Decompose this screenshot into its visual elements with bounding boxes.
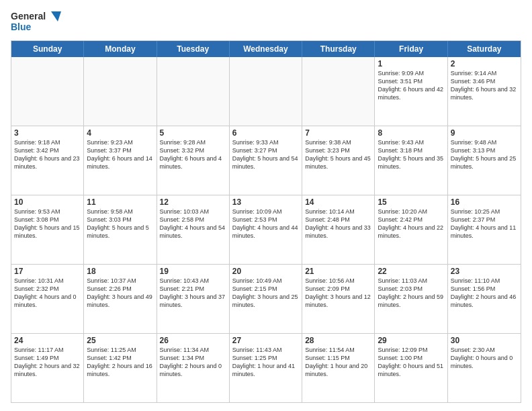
calendar-row: 24Sunrise: 11:17 AM Sunset: 1:49 PM Dayl… xyxy=(11,333,521,402)
weekday-header: Monday xyxy=(84,41,157,57)
calendar-cell: 19Sunrise: 10:43 AM Sunset: 2:21 PM Dayl… xyxy=(157,265,230,333)
day-info: Sunrise: 11:43 AM Sunset: 1:25 PM Daylig… xyxy=(232,346,299,379)
day-info: Sunrise: 10:09 AM Sunset: 2:53 PM Daylig… xyxy=(232,208,299,240)
day-info: Sunrise: 12:09 PM Sunset: 1:00 PM Daylig… xyxy=(378,346,444,379)
day-number: 5 xyxy=(160,128,226,138)
calendar-row: 17Sunrise: 10:31 AM Sunset: 2:32 PM Dayl… xyxy=(11,264,521,333)
day-info: Sunrise: 9:38 AM Sunset: 3:23 PM Dayligh… xyxy=(305,138,371,171)
day-info: Sunrise: 11:34 AM Sunset: 1:34 PM Daylig… xyxy=(160,346,226,379)
day-info: Sunset: 2:30 AM Daylight: 0 hours and 0 … xyxy=(451,346,518,370)
calendar-cell: 3Sunrise: 9:18 AM Sunset: 3:42 PM Daylig… xyxy=(11,126,84,195)
day-number: 3 xyxy=(14,128,81,138)
calendar-cell: 12Sunrise: 10:03 AM Sunset: 2:58 PM Dayl… xyxy=(157,195,230,264)
day-number: 19 xyxy=(160,267,226,276)
calendar-cell: 7Sunrise: 9:38 AM Sunset: 3:23 PM Daylig… xyxy=(302,126,375,195)
day-number: 28 xyxy=(305,336,371,345)
day-number: 9 xyxy=(451,128,518,138)
day-number: 21 xyxy=(305,267,371,276)
logo: GeneralBlue xyxy=(11,8,64,35)
day-number: 27 xyxy=(232,336,299,345)
day-number: 26 xyxy=(160,336,226,345)
calendar-cell: 10Sunrise: 9:53 AM Sunset: 3:08 PM Dayli… xyxy=(11,195,84,264)
day-number: 24 xyxy=(14,336,81,345)
day-info: Sunrise: 9:28 AM Sunset: 3:32 PM Dayligh… xyxy=(160,138,226,171)
day-number: 29 xyxy=(378,336,444,345)
day-number: 16 xyxy=(451,197,518,207)
calendar-cell: 24Sunrise: 11:17 AM Sunset: 1:49 PM Dayl… xyxy=(11,334,84,402)
calendar-cell: 18Sunrise: 10:37 AM Sunset: 2:26 PM Dayl… xyxy=(84,265,157,333)
day-number: 20 xyxy=(232,267,299,276)
day-info: Sunrise: 9:58 AM Sunset: 3:03 PM Dayligh… xyxy=(87,208,153,240)
logo-svg: GeneralBlue xyxy=(11,8,64,35)
day-info: Sunrise: 11:54 AM Sunset: 1:15 PM Daylig… xyxy=(305,346,371,379)
calendar-cell: 11Sunrise: 9:58 AM Sunset: 3:03 PM Dayli… xyxy=(84,195,157,264)
day-info: Sunrise: 10:14 AM Sunset: 2:48 PM Daylig… xyxy=(305,208,371,240)
calendar-cell: 15Sunrise: 10:20 AM Sunset: 2:42 PM Dayl… xyxy=(375,195,447,264)
day-info: Sunrise: 10:37 AM Sunset: 2:26 PM Daylig… xyxy=(87,277,153,310)
day-number: 11 xyxy=(87,197,153,207)
header: GeneralBlue xyxy=(11,8,521,35)
day-number: 8 xyxy=(378,128,444,138)
calendar-cell xyxy=(230,57,302,126)
day-number: 1 xyxy=(378,59,444,68)
weekday-header: Tuesday xyxy=(157,41,230,57)
day-number: 12 xyxy=(160,197,226,207)
calendar-cell: 1Sunrise: 9:09 AM Sunset: 3:51 PM Daylig… xyxy=(375,57,447,126)
calendar-row: 3Sunrise: 9:18 AM Sunset: 3:42 PM Daylig… xyxy=(11,126,521,195)
day-number: 2 xyxy=(451,59,518,68)
calendar-cell: 9Sunrise: 9:48 AM Sunset: 3:13 PM Daylig… xyxy=(448,126,521,195)
day-number: 6 xyxy=(232,128,299,138)
day-number: 17 xyxy=(14,267,81,276)
day-info: Sunrise: 9:48 AM Sunset: 3:13 PM Dayligh… xyxy=(451,138,518,171)
calendar-cell: 23Sunrise: 11:10 AM Sunset: 1:56 PM Dayl… xyxy=(448,265,521,333)
calendar-cell: 27Sunrise: 11:43 AM Sunset: 1:25 PM Dayl… xyxy=(230,334,302,402)
calendar-cell: 16Sunrise: 10:25 AM Sunset: 2:37 PM Dayl… xyxy=(448,195,521,264)
day-number: 7 xyxy=(305,128,371,138)
day-info: Sunrise: 9:33 AM Sunset: 3:27 PM Dayligh… xyxy=(232,138,299,171)
day-info: Sunrise: 9:53 AM Sunset: 3:08 PM Dayligh… xyxy=(14,208,81,240)
day-info: Sunrise: 10:56 AM Sunset: 2:09 PM Daylig… xyxy=(305,277,371,310)
day-info: Sunrise: 11:03 AM Sunset: 2:03 PM Daylig… xyxy=(378,277,444,310)
calendar-row: 1Sunrise: 9:09 AM Sunset: 3:51 PM Daylig… xyxy=(11,57,521,126)
calendar-cell: 29Sunrise: 12:09 PM Sunset: 1:00 PM Dayl… xyxy=(375,334,447,402)
calendar-cell: 17Sunrise: 10:31 AM Sunset: 2:32 PM Dayl… xyxy=(11,265,84,333)
day-info: Sunrise: 11:25 AM Sunset: 1:42 PM Daylig… xyxy=(87,346,153,379)
day-info: Sunrise: 10:03 AM Sunset: 2:58 PM Daylig… xyxy=(160,208,226,240)
day-number: 14 xyxy=(305,197,371,207)
day-info: Sunrise: 11:17 AM Sunset: 1:49 PM Daylig… xyxy=(14,346,81,379)
calendar-cell: 28Sunrise: 11:54 AM Sunset: 1:15 PM Dayl… xyxy=(302,334,375,402)
day-info: Sunrise: 9:14 AM Sunset: 3:46 PM Dayligh… xyxy=(451,69,518,102)
day-info: Sunrise: 11:10 AM Sunset: 1:56 PM Daylig… xyxy=(451,277,518,310)
day-number: 15 xyxy=(378,197,444,207)
calendar-cell: 22Sunrise: 11:03 AM Sunset: 2:03 PM Dayl… xyxy=(375,265,447,333)
calendar-cell: 21Sunrise: 10:56 AM Sunset: 2:09 PM Dayl… xyxy=(302,265,375,333)
calendar-cell xyxy=(157,57,230,126)
day-info: Sunrise: 10:20 AM Sunset: 2:42 PM Daylig… xyxy=(378,208,444,240)
weekday-header: Friday xyxy=(375,41,447,57)
weekday-header: Wednesday xyxy=(230,41,302,57)
day-number: 10 xyxy=(14,197,81,207)
day-info: Sunrise: 9:18 AM Sunset: 3:42 PM Dayligh… xyxy=(14,138,81,171)
calendar-row: 10Sunrise: 9:53 AM Sunset: 3:08 PM Dayli… xyxy=(11,195,521,264)
day-info: Sunrise: 10:49 AM Sunset: 2:15 PM Daylig… xyxy=(232,277,299,310)
calendar-cell xyxy=(84,57,157,126)
weekday-header: Saturday xyxy=(448,41,521,57)
calendar-cell: 14Sunrise: 10:14 AM Sunset: 2:48 PM Dayl… xyxy=(302,195,375,264)
calendar-cell: 26Sunrise: 11:34 AM Sunset: 1:34 PM Dayl… xyxy=(157,334,230,402)
day-info: Sunrise: 10:43 AM Sunset: 2:21 PM Daylig… xyxy=(160,277,226,310)
day-info: Sunrise: 10:31 AM Sunset: 2:32 PM Daylig… xyxy=(14,277,81,310)
svg-text:Blue: Blue xyxy=(11,21,32,32)
calendar-cell xyxy=(302,57,375,126)
calendar-cell: 30Sunset: 2:30 AM Daylight: 0 hours and … xyxy=(448,334,521,402)
svg-text:General: General xyxy=(11,11,46,21)
day-number: 22 xyxy=(378,267,444,276)
day-info: Sunrise: 9:43 AM Sunset: 3:18 PM Dayligh… xyxy=(378,138,444,171)
calendar-cell: 13Sunrise: 10:09 AM Sunset: 2:53 PM Dayl… xyxy=(230,195,302,264)
day-info: Sunrise: 9:23 AM Sunset: 3:37 PM Dayligh… xyxy=(87,138,153,171)
calendar-cell: 5Sunrise: 9:28 AM Sunset: 3:32 PM Daylig… xyxy=(157,126,230,195)
day-number: 30 xyxy=(451,336,518,345)
calendar-body: 1Sunrise: 9:09 AM Sunset: 3:51 PM Daylig… xyxy=(11,57,521,402)
calendar-cell: 25Sunrise: 11:25 AM Sunset: 1:42 PM Dayl… xyxy=(84,334,157,402)
day-number: 4 xyxy=(87,128,153,138)
calendar-cell: 4Sunrise: 9:23 AM Sunset: 3:37 PM Daylig… xyxy=(84,126,157,195)
